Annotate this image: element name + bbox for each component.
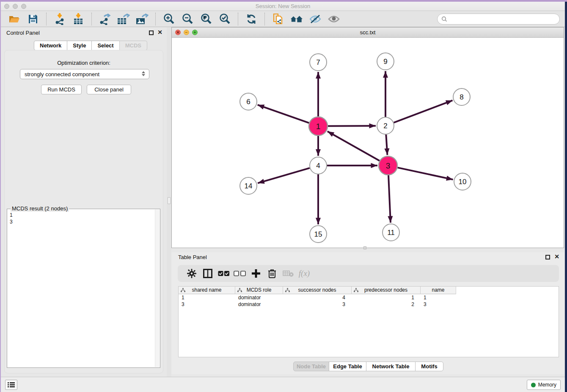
column-header-MCDS-role[interactable]: MCDS role bbox=[235, 287, 283, 294]
tab-mcds[interactable]: MCDS bbox=[119, 41, 147, 50]
table-cell[interactable]: dominator bbox=[235, 294, 283, 301]
float-panel-icon[interactable] bbox=[149, 30, 154, 35]
tab-network-table[interactable]: Network Table bbox=[366, 362, 416, 371]
table-panel-title: Table Panel bbox=[178, 254, 207, 260]
search-field[interactable] bbox=[450, 16, 559, 22]
sort-icon[interactable] bbox=[354, 288, 358, 293]
first-neighbors-icon[interactable] bbox=[290, 13, 303, 25]
column-header-successor-nodes[interactable]: successor nodes bbox=[283, 287, 352, 294]
control-panel-header: Control Panel ✕ bbox=[1, 27, 167, 39]
toolbar-separator bbox=[238, 13, 238, 25]
toolbar-separator bbox=[46, 13, 47, 25]
tab-network[interactable]: Network bbox=[34, 41, 67, 50]
deselect-all-checkboxes-icon[interactable] bbox=[234, 267, 246, 280]
split-columns-icon[interactable] bbox=[201, 267, 214, 280]
open-session-icon[interactable] bbox=[8, 13, 21, 25]
function-builder-icon[interactable]: f(x) bbox=[298, 267, 311, 280]
close-panel-icon[interactable]: ✕ bbox=[157, 29, 162, 36]
zoom-selected-icon[interactable] bbox=[218, 13, 231, 25]
status-bar: Memory bbox=[1, 377, 565, 392]
column-header-shared-name[interactable]: shared name bbox=[179, 287, 235, 294]
node-label-11: 11 bbox=[387, 229, 395, 237]
table-cell[interactable]: 4 bbox=[283, 294, 352, 301]
show-all-icon[interactable] bbox=[328, 13, 340, 25]
sort-icon[interactable] bbox=[285, 288, 290, 293]
table-cell[interactable]: dominator bbox=[235, 301, 283, 308]
tab-edge-table[interactable]: Edge Table bbox=[329, 362, 366, 371]
table-cell[interactable]: 3 bbox=[179, 301, 235, 308]
table-cell[interactable]: 3 bbox=[283, 301, 352, 308]
tab-select[interactable]: Select bbox=[91, 41, 119, 50]
zoom-fit-icon[interactable] bbox=[200, 13, 212, 25]
network-canvas[interactable]: 7968124314101511 bbox=[172, 38, 564, 248]
table-cell[interactable]: 2 bbox=[352, 301, 421, 308]
tab-style[interactable]: Style bbox=[67, 41, 92, 50]
edge-1-2[interactable] bbox=[328, 126, 376, 126]
control-panel-tabs: Network Style Select MCDS bbox=[34, 41, 147, 50]
table-row[interactable]: 1dominator411 bbox=[179, 294, 559, 301]
node-label-4: 4 bbox=[316, 162, 320, 170]
edge-1-6[interactable] bbox=[258, 105, 309, 123]
toolbar-separator bbox=[91, 13, 92, 25]
export-image-icon[interactable] bbox=[136, 13, 149, 25]
delete-column-icon[interactable] bbox=[266, 267, 278, 280]
edge-4-14[interactable] bbox=[258, 168, 310, 183]
splitter-handle[interactable] bbox=[168, 197, 171, 204]
zoom-out-icon[interactable] bbox=[181, 13, 194, 25]
search-icon bbox=[441, 16, 447, 22]
search-input[interactable] bbox=[437, 14, 560, 25]
sort-icon[interactable] bbox=[237, 288, 242, 293]
list-icon bbox=[8, 382, 15, 388]
table-cell[interactable]: 1 bbox=[421, 294, 456, 301]
panel-splitter[interactable] bbox=[167, 27, 171, 377]
node-table[interactable]: shared nameMCDS rolesuccessor nodesprede… bbox=[178, 286, 559, 357]
dropdown-value: strongly connected component bbox=[25, 71, 99, 77]
table-cell[interactable]: 3 bbox=[421, 301, 456, 308]
optimization-criterion-dropdown[interactable]: strongly connected component bbox=[20, 69, 149, 79]
close-table-panel-icon[interactable]: ✕ bbox=[554, 253, 559, 260]
network-graph[interactable]: 7968124314101511 bbox=[172, 38, 564, 248]
export-network-icon[interactable] bbox=[99, 13, 111, 25]
gear-icon[interactable] bbox=[185, 267, 198, 280]
float-table-panel-icon[interactable] bbox=[545, 255, 550, 259]
select-all-checkboxes-icon[interactable] bbox=[217, 267, 230, 280]
node-label-15: 15 bbox=[314, 230, 322, 238]
tab-motifs[interactable]: Motifs bbox=[415, 362, 443, 371]
table-tabs: Node Table Edge Table Network Table Moti… bbox=[293, 362, 443, 371]
toolbar-separator bbox=[264, 13, 265, 25]
edge-3-11[interactable] bbox=[388, 175, 391, 223]
result-scrollbar[interactable] bbox=[155, 210, 160, 367]
column-header-name[interactable]: name bbox=[421, 287, 456, 294]
table-cell[interactable]: 1 bbox=[352, 294, 421, 301]
save-session-icon[interactable] bbox=[27, 13, 39, 25]
refresh-icon[interactable] bbox=[245, 13, 258, 25]
node-label-14: 14 bbox=[245, 182, 253, 190]
zoom-in-icon[interactable] bbox=[162, 13, 175, 25]
table-cell[interactable]: 1 bbox=[179, 294, 235, 301]
network-window-title: scc.txt bbox=[172, 29, 564, 36]
network-resize-handle[interactable] bbox=[363, 246, 366, 249]
export-table-icon[interactable] bbox=[117, 13, 130, 25]
import-table-icon[interactable] bbox=[72, 13, 85, 25]
memory-button[interactable]: Memory bbox=[527, 380, 561, 390]
edge-3-1[interactable] bbox=[328, 131, 380, 160]
table-row[interactable]: 3dominator323 bbox=[179, 301, 559, 308]
copy-style-icon[interactable] bbox=[272, 13, 284, 25]
run-mcds-button[interactable]: Run MCDS bbox=[41, 85, 82, 94]
network-window-titlebar[interactable]: ✕ − + scc.txt bbox=[172, 28, 564, 38]
app-window: Session: New Session bbox=[0, 0, 567, 392]
edge-2-8[interactable] bbox=[394, 100, 453, 122]
hide-selected-icon[interactable] bbox=[309, 13, 322, 25]
tab-node-table[interactable]: Node Table bbox=[293, 362, 329, 371]
edge-3-10[interactable] bbox=[397, 168, 453, 179]
import-network-icon[interactable] bbox=[53, 13, 66, 25]
table-header-row: shared nameMCDS rolesuccessor nodesprede… bbox=[179, 287, 559, 294]
add-column-icon[interactable] bbox=[250, 267, 262, 280]
delete-table-icon[interactable] bbox=[282, 267, 295, 280]
node-label-2: 2 bbox=[383, 122, 387, 130]
column-header-predecessor-nodes[interactable]: predecessor nodes bbox=[352, 287, 421, 294]
edge-2-3[interactable] bbox=[386, 135, 387, 155]
sort-icon[interactable] bbox=[181, 288, 185, 293]
task-history-button[interactable] bbox=[5, 380, 17, 390]
close-panel-button[interactable]: Close panel bbox=[87, 85, 131, 94]
